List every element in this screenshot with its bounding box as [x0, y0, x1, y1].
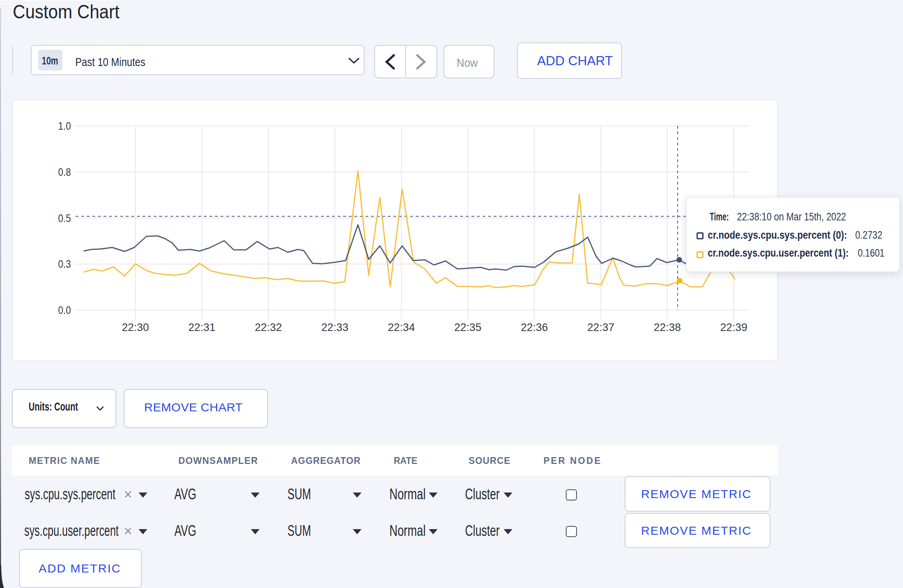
svg-text:cr.node.sys.cpu.user.percent (: cr.node.sys.cpu.user.percent (1): [708, 247, 849, 259]
svg-text:0.5: 0.5 [58, 212, 71, 224]
svg-text:1.0: 1.0 [58, 120, 71, 132]
svg-text:PER NODE: PER NODE [543, 456, 600, 466]
svg-text:sys.cpu.user.percent: sys.cpu.user.percent [24, 522, 119, 539]
svg-text:22:30: 22:30 [122, 321, 149, 333]
svg-text:Cluster: Cluster [465, 522, 500, 539]
svg-text:0.1601: 0.1601 [858, 247, 885, 259]
svg-text:0.8: 0.8 [58, 166, 71, 178]
svg-text:Units: Count: Units: Count [29, 400, 78, 413]
svg-text:10m: 10m [42, 55, 58, 67]
svg-text:22:36: 22:36 [521, 321, 548, 333]
svg-text:REMOVE CHART: REMOVE CHART [144, 401, 242, 414]
svg-text:sys.cpu.sys.percent: sys.cpu.sys.percent [25, 486, 115, 502]
svg-text:SUM: SUM [287, 486, 311, 502]
svg-text:Normal: Normal [389, 486, 426, 502]
svg-text:RATE: RATE [394, 456, 417, 466]
svg-text:METRIC NAME: METRIC NAME [29, 456, 100, 466]
svg-text:Cluster: Cluster [465, 486, 500, 502]
svg-text:REMOVE METRIC: REMOVE METRIC [641, 487, 751, 500]
svg-text:SOURCE: SOURCE [469, 456, 510, 466]
svg-text:AGGREGATOR: AGGREGATOR [291, 456, 360, 466]
svg-text:0.0: 0.0 [58, 304, 71, 316]
svg-text:Time:: Time: [710, 211, 729, 223]
svg-text:22:34: 22:34 [388, 321, 415, 333]
svg-text:22:31: 22:31 [188, 321, 215, 333]
svg-text:REMOVE METRIC: REMOVE METRIC [641, 524, 751, 537]
svg-text:22:39: 22:39 [720, 321, 747, 333]
svg-text:DOWNSAMPLER: DOWNSAMPLER [178, 456, 258, 466]
svg-text:0.2732: 0.2732 [855, 229, 882, 241]
svg-text:Normal: Normal [389, 522, 426, 539]
svg-text:22:35: 22:35 [454, 321, 481, 333]
svg-text:22:33: 22:33 [321, 321, 348, 333]
svg-text:ADD CHART: ADD CHART [537, 53, 613, 68]
svg-text:22:38:10 on Mar 15th, 2022: 22:38:10 on Mar 15th, 2022 [737, 211, 846, 223]
svg-text:Now: Now [457, 56, 478, 69]
svg-text:AVG: AVG [174, 486, 196, 502]
svg-text:22:37: 22:37 [587, 321, 614, 333]
svg-text:×: × [124, 523, 132, 539]
svg-text:0.3: 0.3 [58, 258, 71, 270]
svg-text:Past 10 Minutes: Past 10 Minutes [75, 56, 145, 68]
svg-text:×: × [124, 486, 132, 502]
svg-text:22:32: 22:32 [255, 321, 282, 333]
svg-text:ADD METRIC: ADD METRIC [39, 562, 120, 575]
svg-text:cr.node.sys.cpu.sys.percent (0: cr.node.sys.cpu.sys.percent (0): [708, 229, 847, 241]
svg-text:Custom Chart: Custom Chart [13, 1, 119, 22]
svg-text:22:38: 22:38 [654, 321, 681, 333]
svg-text:AVG: AVG [174, 522, 196, 539]
svg-text:SUM: SUM [287, 522, 311, 539]
